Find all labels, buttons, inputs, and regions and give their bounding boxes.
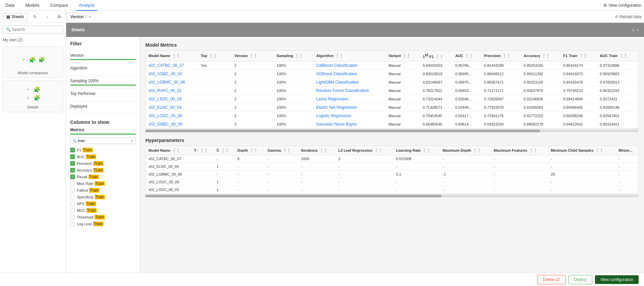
- model-name-link[interactable]: v02_LGBMC_00_06: [148, 80, 185, 85]
- hp-col-min-child[interactable]: Minimum Child Samples ⋮⋮: [548, 146, 616, 155]
- table-row[interactable]: v02_LSOC_00_031---------: [146, 186, 638, 193]
- metric-item[interactable]: Miss Rate Train: [70, 180, 136, 187]
- algorithm-link[interactable]: LightGBM Classification: [316, 80, 359, 85]
- col-auc-train[interactable]: AUC Train ⋮⋮: [597, 51, 638, 61]
- metric-item[interactable]: MCC Train: [70, 207, 136, 214]
- metric-checkbox[interactable]: [70, 215, 75, 220]
- metric-checkbox[interactable]: [70, 188, 75, 193]
- algorithm-link[interactable]: Elastic Net Regression: [316, 105, 357, 110]
- metric-item[interactable]: ✓F1 Train: [70, 147, 136, 153]
- metric-checkbox[interactable]: ✓: [70, 154, 75, 159]
- col-variant[interactable]: Variant ⋮⋮: [386, 51, 420, 61]
- metric-checkbox[interactable]: [70, 201, 75, 206]
- metrics-menu-button[interactable]: ···: [132, 128, 136, 132]
- table-row[interactable]: v02_LGBMC_00_062100%LightGBM Classificat…: [146, 78, 638, 86]
- metric-checkbox[interactable]: ✓: [70, 168, 75, 173]
- metric-item[interactable]: ✓Accuracy Train: [70, 167, 136, 174]
- col-version[interactable]: Version ⋮⋮: [232, 51, 267, 61]
- metric-checkbox[interactable]: [70, 222, 75, 226]
- nav-data[interactable]: Data: [3, 0, 17, 11]
- algorithm-link[interactable]: Gaussian Naive Bayes: [316, 122, 357, 127]
- tab-close-button[interactable]: ✕: [88, 15, 91, 18]
- table-row[interactable]: v02_LSOC_00_032100%Lasso RegressionManua…: [146, 95, 638, 103]
- filter-deployed[interactable]: Deployed: [70, 101, 136, 114]
- reload-button[interactable]: ↺ Reload data: [615, 14, 641, 19]
- filter-top-performer[interactable]: Top Performer: [70, 89, 136, 101]
- nav-models[interactable]: Models: [23, 0, 42, 11]
- hp-col-max-depth[interactable]: Maximum Depth ⋮⋮: [440, 146, 491, 155]
- algorithm-link[interactable]: CatBoost Classification: [316, 63, 357, 68]
- view-config-top-button[interactable]: ⚙ View configuration: [603, 3, 641, 8]
- search-metrics-input[interactable]: [78, 139, 129, 143]
- hp-col-max-features[interactable]: Maximum Features ⋮⋮: [491, 146, 548, 155]
- table-row[interactable]: v02_CATBC_00_07Yes2100%CatBoost Classifi…: [146, 61, 638, 69]
- model-name-link[interactable]: v02_RAFC_00_01: [148, 88, 182, 93]
- algorithm-link[interactable]: XGBoost Classification: [316, 72, 357, 76]
- filter-sampling[interactable]: Sampling 100%: [70, 76, 136, 89]
- model-comparison-card[interactable]: ＋ 🧩 🧩 Model comparison: [3, 46, 63, 78]
- hp-col-depth[interactable]: Depth ⋮⋮: [235, 146, 265, 155]
- nav-analyze[interactable]: Analyze: [76, 0, 97, 11]
- col-precision[interactable]: Precision ⋮⋮: [481, 51, 521, 61]
- metric-item[interactable]: Threshold Train: [70, 214, 136, 221]
- metric-checkbox[interactable]: [70, 195, 75, 199]
- table-row[interactable]: v02_LGBMC_00_06-----0.1-1-20-: [146, 170, 638, 178]
- algorithm-link[interactable]: Random Forest Classification: [316, 88, 369, 93]
- view-config-bottom-button[interactable]: View configuration: [595, 275, 639, 284]
- nav-left-button[interactable]: ‹: [632, 27, 634, 33]
- details-card[interactable]: ＋ 🧩 ＋ 🧩 Details: [3, 81, 63, 112]
- delete-button[interactable]: Delete v2: [537, 275, 566, 284]
- metric-item[interactable]: Log Loss Train: [70, 221, 136, 227]
- metric-checkbox[interactable]: ✓: [70, 175, 75, 179]
- deploy-button[interactable]: Deploy: [568, 275, 592, 284]
- table-row[interactable]: v02_XGBC_00_022100%XGBoost Classificatio…: [146, 69, 638, 78]
- model-name-link[interactable]: v02_ELNC_00_04: [148, 105, 181, 110]
- col-accuracy[interactable]: Accuracy ⋮⋮: [521, 51, 561, 61]
- hp-h-scrollbar[interactable]: [145, 195, 639, 197]
- metric-item[interactable]: NPV Train: [70, 200, 136, 207]
- h-scrollbar[interactable]: [145, 130, 639, 132]
- hp-col-gamma[interactable]: Gamma ⋮⋮: [265, 146, 298, 155]
- hp-col-model-name[interactable]: Model Name ⋮⋮: [146, 146, 191, 155]
- metric-checkbox[interactable]: [70, 181, 75, 186]
- version-tab[interactable]: Version 2 ✕: [67, 13, 95, 21]
- metric-item[interactable]: ✓Recall Train: [70, 174, 136, 180]
- algorithm-link[interactable]: Lasso Regression: [316, 97, 348, 101]
- sheets-button[interactable]: ▦ Sheets: [3, 13, 28, 21]
- filter-algorithm[interactable]: Algorithm: [70, 63, 136, 76]
- table-row[interactable]: v02_GNBC_00_052100%Gaussian Naive BayesM…: [146, 120, 638, 128]
- table-row[interactable]: v02_RAFC_00_012100%Random Forest Classif…: [146, 86, 638, 95]
- table-row[interactable]: v02_ELNC_00_041---------: [146, 162, 638, 170]
- col-model-name[interactable]: Model Name ⋮⋮: [146, 51, 198, 61]
- metric-item[interactable]: ✓Precision Train: [70, 160, 136, 167]
- table-row[interactable]: v02_ELNC_00_042100%Elastic Net Regressio…: [146, 103, 638, 111]
- hp-col-minim[interactable]: Minim...: [616, 146, 638, 155]
- hp-col-c[interactable]: C ⋮⋮: [214, 146, 235, 155]
- hp-col-l2leaf[interactable]: L2 Leaf Regression ⋮⋮: [336, 146, 393, 155]
- algorithm-link[interactable]: Logistic Regression: [316, 113, 351, 118]
- filter-version[interactable]: Version: [70, 50, 136, 63]
- refresh-icon-button[interactable]: ↻: [30, 12, 40, 21]
- nav-right-button[interactable]: ›: [637, 27, 639, 33]
- col-f1[interactable]: 1st F1 ⋮⋮: [420, 51, 453, 61]
- metric-item[interactable]: Fallout Train: [70, 187, 136, 194]
- table-row[interactable]: v02_LOGC_00_002100%Logistic RegressionMa…: [146, 111, 638, 120]
- metric-checkbox[interactable]: ✓: [70, 161, 75, 166]
- nav-compare[interactable]: Compare: [47, 0, 71, 11]
- model-name-link[interactable]: v02_XGBC_00_02: [148, 72, 182, 76]
- hp-col-learning-rate[interactable]: Learning Rate ⋮⋮: [393, 146, 440, 155]
- model-name-link[interactable]: v02_GNBC_00_05: [148, 122, 182, 127]
- search-metrics-box[interactable]: 🔍 ✕: [70, 137, 136, 144]
- settings-icon-button[interactable]: ⚙: [54, 12, 64, 21]
- hp-col-t[interactable]: T↑ ⋮⋮: [191, 146, 214, 155]
- metric-checkbox[interactable]: [70, 208, 75, 213]
- table-row[interactable]: v02_CATBC_00_07-6-100030.015308----: [146, 155, 638, 162]
- model-name-link[interactable]: v02_CATBC_00_07: [148, 63, 184, 68]
- hp-col-iterations[interactable]: Iterations ⋮⋮: [298, 146, 336, 155]
- col-top[interactable]: Top ⋮⋮: [198, 51, 225, 61]
- search-input[interactable]: [12, 27, 62, 32]
- table-row[interactable]: v02_LOGC_00_001---------: [146, 178, 638, 186]
- metric-checkbox[interactable]: ✓: [70, 148, 75, 152]
- col-auc[interactable]: AUC ⋮⋮: [453, 51, 481, 61]
- col-f1-train[interactable]: F1 Train ⋮⋮: [561, 51, 597, 61]
